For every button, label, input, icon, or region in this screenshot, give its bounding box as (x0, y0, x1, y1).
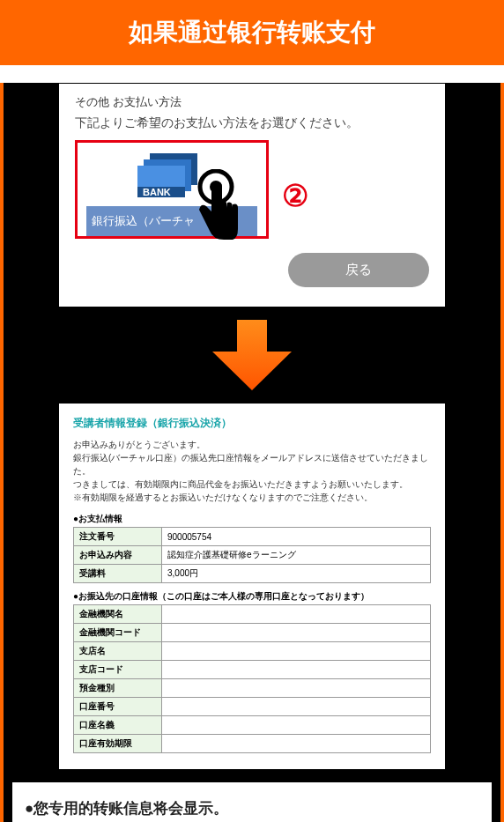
cell-label: 金融機関名 (74, 605, 162, 624)
table-row: 預金種別 (74, 679, 431, 698)
cell-label: 注文番号 (74, 528, 162, 546)
bullet-item: ●您专用的转账信息将会显示。 (25, 796, 479, 822)
payment-info-table: 注文番号900005754 お申込み内容認知症介護基礎研修eラーニング 受講料3… (73, 527, 431, 583)
cell-label: 支店名 (74, 642, 162, 661)
cell-value (162, 642, 431, 661)
down-arrow-icon (4, 320, 500, 390)
panel2-title: 受講者情報登録（銀行振込決済） (73, 416, 431, 431)
cell-value (162, 605, 431, 624)
tap-hand-icon (185, 169, 247, 245)
cell-label: 支店コード (74, 661, 162, 679)
section1-head: ●お支払情報 (73, 513, 431, 525)
back-button[interactable]: 戻る (288, 253, 429, 287)
cell-label: 金融機関コード (74, 624, 162, 642)
msg-line: つきましては、有効期限内に商品代金をお振込いただきますようお願いいたします。 (73, 478, 431, 491)
cell-label: 口座番号 (74, 698, 162, 716)
table-row: 口座番号 (74, 698, 431, 716)
table-row: 支店名 (74, 642, 431, 661)
cell-value: 900005754 (162, 528, 431, 546)
bank-transfer-option[interactable]: BANK 銀行振込（バーチャ ② (75, 140, 269, 239)
bullet-notes: ●您专用的转账信息将会显示。 ●转账信息也将发送到您注册的邮箱地址。 ●账户有效… (12, 782, 492, 822)
msg-line: 銀行振込(バーチャル口座）の振込先口座情報をメールアドレスに送信させていただきま… (73, 451, 431, 478)
panel1-desc: 下記よりご希望のお支払い方法をお選びください。 (75, 115, 429, 131)
cell-label: 預金種別 (74, 679, 162, 698)
step-marker-2: ② (282, 178, 308, 213)
table-row: 金融機関コード (74, 624, 431, 642)
panel1-title: その他 お支払い方法 (75, 94, 429, 110)
cell-value (162, 698, 431, 716)
cell-value (162, 679, 431, 698)
msg-line: ※有効期限を経過するとお振込いただけなくなりますのでご注意ください。 (73, 491, 431, 504)
payment-method-panel: その他 お支払い方法 下記よりご希望のお支払い方法をお選びください。 BANK … (58, 83, 446, 307)
cell-value: 3,000円 (162, 565, 431, 583)
section2-head: ●お振込先の口座情報（この口座はご本人様の専用口座となっております） (73, 590, 431, 603)
bank-icon-label: BANK (143, 187, 171, 197)
table-row: 受講料3,000円 (74, 565, 431, 583)
panel2-message: お申込みありがとうございます。 銀行振込(バーチャル口座）の振込先口座情報をメー… (73, 438, 431, 504)
cell-label: 口座有効期限 (74, 735, 162, 753)
content-wrapper: その他 お支払い方法 下記よりご希望のお支払い方法をお選びください。 BANK … (0, 83, 504, 822)
cell-label: 受講料 (74, 565, 162, 583)
account-info-table: 金融機関名 金融機関コード 支店名 支店コード 預金種別 口座番号 口座名義 口… (73, 604, 431, 753)
registration-panel: 受講者情報登録（銀行振込決済） お申込みありがとうございます。 銀行振込(バーチ… (58, 403, 446, 770)
cell-value (162, 661, 431, 679)
table-row: 口座名義 (74, 716, 431, 735)
cell-label: 口座名義 (74, 716, 162, 735)
msg-line: お申込みありがとうございます。 (73, 438, 431, 451)
cell-value (162, 624, 431, 642)
table-row: 支店コード (74, 661, 431, 679)
cell-label: お申込み内容 (74, 546, 162, 565)
cell-value: 認知症介護基礎研修eラーニング (162, 546, 431, 565)
table-row: お申込み内容認知症介護基礎研修eラーニング (74, 546, 431, 565)
page-header: 如果通过银行转账支付 (0, 0, 504, 65)
table-row: 口座有効期限 (74, 735, 431, 753)
cell-value (162, 716, 431, 735)
cell-value (162, 735, 431, 753)
table-row: 注文番号900005754 (74, 528, 431, 546)
table-row: 金融機関名 (74, 605, 431, 624)
